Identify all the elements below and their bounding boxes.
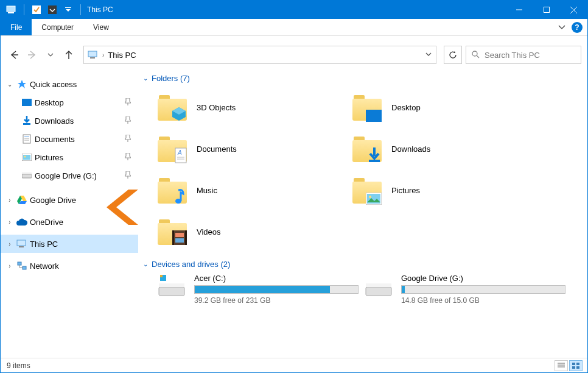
- chevron-down-icon[interactable]: ⌄: [143, 261, 148, 268]
- google-drive-icon: [16, 194, 27, 205]
- svg-rect-0: [7, 6, 15, 12]
- breadcrumb-separator-icon[interactable]: ›: [102, 52, 104, 59]
- qat-customize-icon[interactable]: [62, 4, 74, 16]
- up-button[interactable]: [61, 48, 76, 62]
- svg-rect-17: [23, 123, 30, 125]
- quick-access-toolbar: [1, 4, 83, 16]
- svg-rect-1: [8, 12, 14, 13]
- drive-c[interactable]: Acer (C:) 39.2 GB free of 231 GB: [158, 274, 359, 305]
- svg-text:A: A: [177, 149, 182, 156]
- tree-label: Documents: [35, 135, 75, 144]
- folder-label: 3D Objects: [197, 103, 236, 112]
- folder-videos[interactable]: Videos: [158, 212, 340, 251]
- back-button[interactable]: [7, 48, 21, 62]
- breadcrumb[interactable]: This PC: [108, 51, 136, 60]
- tree-downloads[interactable]: Downloads: [1, 112, 138, 130]
- folder-icon: A: [158, 134, 187, 163]
- pictures-icon: [21, 152, 32, 163]
- tab-view[interactable]: View: [83, 19, 119, 35]
- minimize-button[interactable]: [505, 1, 533, 19]
- close-button[interactable]: [560, 1, 587, 19]
- folder-documents[interactable]: A Documents: [158, 129, 340, 168]
- pin-icon: [125, 116, 131, 126]
- refresh-button[interactable]: [444, 46, 462, 64]
- documents-icon: [21, 133, 32, 144]
- group-label: Folders (7): [152, 74, 190, 83]
- folder-label: Music: [197, 186, 217, 195]
- search-input[interactable]: Search This PC: [466, 46, 581, 64]
- recent-dropdown-icon[interactable]: [43, 48, 58, 62]
- tree-quick-access[interactable]: ⌄ Quick access: [1, 75, 138, 93]
- tree-google-drive-g[interactable]: Google Drive (G:): [1, 166, 138, 185]
- svg-point-39: [175, 199, 181, 204]
- address-dropdown-icon[interactable]: [425, 49, 432, 60]
- svg-rect-43: [172, 230, 187, 245]
- drive-g[interactable]: Google Drive (G:) 14.8 GB free of 15.0 G…: [365, 274, 565, 305]
- folder-desktop[interactable]: Desktop: [352, 88, 535, 127]
- svg-rect-27: [17, 240, 26, 246]
- svg-rect-28: [19, 246, 24, 247]
- chevron-right-icon[interactable]: ›: [5, 263, 14, 269]
- svg-rect-47: [175, 238, 184, 243]
- help-icon[interactable]: ?: [572, 22, 583, 33]
- window-title: This PC: [83, 5, 113, 14]
- folder-label: Pictures: [391, 186, 420, 195]
- search-placeholder: Search This PC: [485, 51, 540, 60]
- pin-icon: [125, 171, 131, 180]
- properties-icon[interactable]: [30, 4, 43, 16]
- view-details-button[interactable]: [555, 360, 568, 371]
- svg-rect-46: [175, 233, 184, 237]
- group-drives[interactable]: ⌄ Devices and drives (2): [143, 260, 583, 269]
- navigation-tree: ⌄ Quick access Desktop Downloads Documen…: [1, 68, 138, 359]
- tree-network[interactable]: › Network: [1, 257, 138, 275]
- svg-point-42: [369, 196, 371, 198]
- status-item-count: 9 items: [7, 361, 30, 370]
- drive-label: Google Drive (G:): [401, 274, 565, 283]
- folder-3d-objects[interactable]: 3D Objects: [158, 88, 340, 127]
- svg-rect-12: [88, 51, 97, 57]
- pc-icon: [16, 238, 27, 249]
- svg-rect-44: [172, 230, 174, 245]
- chevron-down-icon[interactable]: ⌄: [5, 81, 14, 88]
- tree-pictures[interactable]: Pictures: [1, 148, 138, 166]
- tree-onedrive[interactable]: › OneDrive: [1, 213, 138, 231]
- chevron-down-icon[interactable]: ⌄: [143, 75, 148, 82]
- tree-this-pc[interactable]: › This PC: [1, 235, 138, 253]
- chevron-right-icon[interactable]: ›: [5, 197, 14, 204]
- folder-music[interactable]: Music: [158, 171, 340, 210]
- tab-computer[interactable]: Computer: [32, 19, 83, 35]
- group-label: Devices and drives (2): [152, 260, 230, 269]
- folder-label: Videos: [197, 227, 221, 236]
- tree-label: Google Drive (G:): [35, 171, 97, 180]
- view-large-icons-button[interactable]: [569, 360, 583, 371]
- tree-documents[interactable]: Documents: [1, 130, 138, 148]
- folder-downloads[interactable]: Downloads: [352, 129, 535, 168]
- address-bar[interactable]: › This PC: [83, 46, 436, 64]
- tree-label: Pictures: [35, 153, 63, 162]
- status-bar: 9 items: [1, 358, 587, 372]
- svg-rect-16: [22, 99, 32, 106]
- tree-google-drive[interactable]: › Google Drive: [1, 191, 138, 209]
- folder-pictures[interactable]: Pictures: [352, 171, 535, 210]
- svg-rect-25: [22, 174, 32, 178]
- svg-rect-45: [185, 230, 187, 245]
- maximize-button[interactable]: [533, 1, 560, 19]
- drive-icon: [21, 170, 32, 181]
- tree-desktop[interactable]: Desktop: [1, 93, 138, 112]
- forward-button[interactable]: [25, 48, 40, 62]
- file-tab[interactable]: File: [1, 19, 32, 35]
- svg-rect-18: [23, 135, 30, 143]
- drive-usage-bar: [401, 285, 565, 294]
- folder-icon: [352, 134, 382, 163]
- chevron-right-icon[interactable]: ›: [5, 241, 14, 247]
- pin-icon: [125, 135, 131, 144]
- chevron-right-icon[interactable]: ›: [5, 219, 14, 226]
- svg-rect-52: [366, 287, 391, 296]
- svg-rect-38: [369, 160, 380, 162]
- tree-label: Desktop: [35, 98, 64, 107]
- qat-dropdown-icon[interactable]: [46, 4, 58, 16]
- svg-rect-23: [23, 155, 30, 160]
- group-folders[interactable]: ⌄ Folders (7): [143, 74, 583, 83]
- svg-rect-60: [576, 366, 579, 369]
- ribbon-collapse-icon[interactable]: [558, 22, 565, 33]
